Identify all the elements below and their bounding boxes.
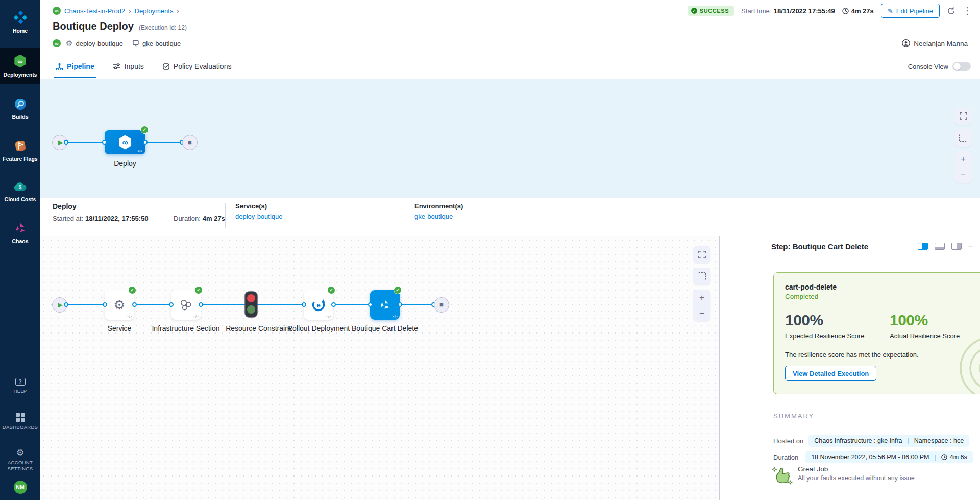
tab-pipeline[interactable]: Pipeline xyxy=(56,55,94,78)
stage-node-deploy[interactable]: ∞ </> xyxy=(105,130,145,154)
execution-end-node[interactable]: ■ xyxy=(434,297,449,313)
sidebar-item-account-settings[interactable]: ⚙ ACCOUNT SETTINGS xyxy=(2,443,39,477)
success-check-icon: ✓ xyxy=(140,126,149,134)
rollout-icon: e xyxy=(311,297,326,313)
scrollbar[interactable] xyxy=(719,236,720,500)
status-badge: ✓ SUCCESS xyxy=(688,6,734,16)
sidebar-item-dashboards[interactable]: DASHBOARDS xyxy=(0,408,40,435)
environment-tag[interactable]: gke-boutique xyxy=(132,40,181,47)
execution-graph-canvas[interactable]: ▶ ⚙ </> ✓ Service </> ✓ Infrastructure S… xyxy=(40,236,720,500)
tab-policy-evaluations[interactable]: Policy Evaluations xyxy=(162,55,232,78)
breadcrumb-deployments-link[interactable]: Deployments xyxy=(135,7,174,15)
user-avatar[interactable]: NM xyxy=(14,481,27,494)
sidebar-item-home[interactable]: Home xyxy=(0,4,40,41)
services-block: Service(s) deploy-boutique xyxy=(235,202,283,220)
sidebar-item-label: Chaos xyxy=(12,238,28,245)
console-view-control: Console View xyxy=(908,62,971,71)
step-node-infrastructure[interactable]: </> xyxy=(171,290,201,320)
duration-time-value: 4m 6s xyxy=(941,454,967,461)
zoom-in-button[interactable]: + xyxy=(954,151,972,167)
service-tag[interactable]: ⚙ deploy-boutique xyxy=(66,39,123,48)
tab-inputs[interactable]: Inputs xyxy=(113,55,144,78)
svg-text:$: $ xyxy=(18,185,21,191)
node-port xyxy=(102,140,107,145)
sidebar-item-builds[interactable]: Builds xyxy=(0,91,40,127)
cd-status-icon: ∞ xyxy=(53,39,61,47)
service-link[interactable]: deploy-boutique xyxy=(235,212,283,220)
console-view-toggle[interactable] xyxy=(952,62,971,71)
step-node-resource-constraint[interactable] xyxy=(243,291,259,319)
hosted-on-pill: Chaos Infrastructure : gke-infra | Names… xyxy=(808,435,969,447)
fullscreen-icon xyxy=(960,112,967,120)
marquee-icon xyxy=(959,134,967,142)
stage-end-node[interactable]: ■ xyxy=(182,135,198,150)
selection-button[interactable] xyxy=(954,129,972,147)
more-options-button[interactable]: ⋮ xyxy=(963,6,972,15)
fullscreen-button[interactable] xyxy=(693,246,710,263)
user-chip[interactable]: Neelanjan Manna xyxy=(902,39,968,47)
zoom-out-button[interactable]: − xyxy=(693,305,710,321)
divider xyxy=(225,203,226,228)
zoom-in-button[interactable]: + xyxy=(693,290,710,305)
main-area: ∞ Chaos-Test-in-Prod2 › Deployments › ✓ … xyxy=(40,0,980,500)
layout-right-button[interactable] xyxy=(951,243,962,250)
sidebar-nav: Home ∞ Deployments Builds Feature Flags … xyxy=(0,0,40,500)
refresh-button[interactable] xyxy=(947,7,955,15)
step-node-service[interactable]: ⚙ </> xyxy=(105,290,134,320)
layout-bottom-button[interactable] xyxy=(935,243,945,250)
expected-score-value: 100% xyxy=(785,312,890,329)
page-header: ∞ Chaos-Test-in-Prod2 › Deployments › ✓ … xyxy=(40,0,980,55)
sidebar-item-feature-flags[interactable]: Feature Flags xyxy=(0,133,40,169)
success-check-icon: ✓ xyxy=(394,286,402,294)
success-check-icon: ✓ xyxy=(327,286,335,294)
environments-block: Environment(s) gke-boutique xyxy=(414,202,463,220)
sidebar-item-deployments[interactable]: ∞ Deployments xyxy=(0,48,40,85)
sidebar-item-label: Builds xyxy=(12,114,28,121)
clock-icon xyxy=(842,8,849,14)
marquee-icon xyxy=(698,272,706,280)
environment-icon xyxy=(132,40,139,47)
layout-split-button[interactable] xyxy=(918,243,928,250)
node-port xyxy=(103,302,107,307)
service-gear-icon: ⚙ xyxy=(113,298,125,312)
expected-score-label: Expected Resilience Score xyxy=(785,332,890,340)
console-view-label: Console View xyxy=(908,63,948,70)
minimize-panel-button[interactable]: − xyxy=(968,242,973,251)
node-port xyxy=(302,302,306,307)
chaos-step-icon xyxy=(378,298,391,312)
score-row: 100% Expected Resilience Score 100% Actu… xyxy=(785,312,980,340)
edit-pipeline-button[interactable]: ✎ Edit Pipeline xyxy=(881,4,940,18)
sidebar-item-chaos[interactable]: Chaos xyxy=(0,216,40,251)
step-label: Rollout Deployment xyxy=(283,324,354,334)
sidebar-item-cloud-costs[interactable]: $ Cloud Costs xyxy=(0,175,40,209)
pill-divider: | xyxy=(908,437,909,444)
duration-pill: 18 November 2022, 05:56 PM - 06:00 PM | … xyxy=(805,451,973,463)
step-node-rollout-deployment[interactable]: e </> xyxy=(304,290,333,320)
step-node-boutique-cart-delete[interactable]: </> xyxy=(370,290,400,320)
target-illustration xyxy=(954,326,980,394)
success-check-icon: ✓ xyxy=(128,286,136,294)
start-time-value: 18/11/2022 17:55:49 xyxy=(774,7,835,15)
cloud-costs-icon: $ xyxy=(14,181,27,193)
gear-icon: ⚙ xyxy=(66,39,72,48)
environment-link[interactable]: gke-boutique xyxy=(414,212,463,220)
play-icon: ▶ xyxy=(58,301,62,308)
node-port xyxy=(398,302,402,307)
infrastructure-icon xyxy=(179,298,193,312)
chaos-infrastructure-value: Chaos Infrastructure : gke-infra xyxy=(814,437,902,444)
sidebar-item-help[interactable]: ? HELP xyxy=(0,373,40,399)
sidebar-item-label: Home xyxy=(13,28,28,34)
stage-pipeline-canvas[interactable]: ▶ ∞ </> ✓ ■ Deploy + − xyxy=(40,79,980,198)
node-port xyxy=(132,302,137,307)
builds-icon xyxy=(14,98,27,110)
selection-button[interactable] xyxy=(693,268,710,285)
code-icon: </> xyxy=(127,315,132,318)
view-detailed-execution-button[interactable]: View Detailed Execution xyxy=(785,366,876,381)
breadcrumb-project-link[interactable]: Chaos-Test-in-Prod2 xyxy=(64,7,125,15)
fullscreen-button[interactable] xyxy=(954,107,972,125)
pipeline-icon xyxy=(56,63,63,70)
expected-score-block: 100% Expected Resilience Score xyxy=(785,312,890,340)
duration-row: Duration 18 November 2022, 05:56 PM - 06… xyxy=(773,451,973,463)
zoom-out-button[interactable]: − xyxy=(954,167,972,183)
dashboards-icon xyxy=(16,413,25,422)
